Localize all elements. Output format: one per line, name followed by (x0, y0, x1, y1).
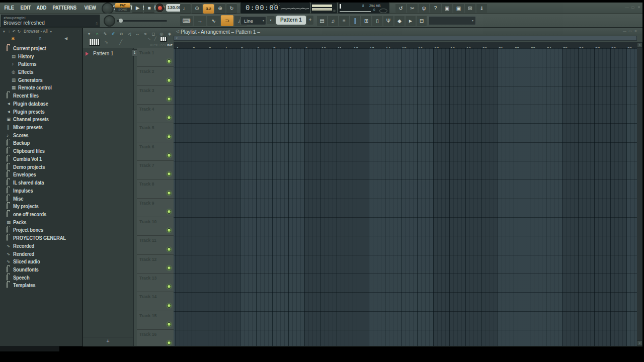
track-header[interactable]: Track 4 (137, 105, 174, 123)
song-mode-button[interactable]: SONG (115, 8, 130, 12)
overdub-icon[interactable]: ⊕ (215, 4, 225, 14)
track-led-icon[interactable] (167, 304, 171, 308)
slide-icon[interactable]: ≈ (141, 32, 149, 36)
patterns-tab[interactable] (89, 39, 100, 48)
browser-item-speech[interactable]: Speech (0, 274, 82, 282)
scroll-up-icon[interactable]: ∧ (637, 42, 642, 48)
multilink-icon[interactable]: ∿ (207, 15, 220, 26)
browser-item-one-off-records[interactable]: one off records (0, 210, 82, 218)
track-header[interactable]: Track 12 (137, 255, 174, 274)
track-header[interactable]: Track 16 (137, 330, 174, 346)
browser-item-current-project[interactable]: Current project (0, 44, 82, 52)
track-led-icon[interactable] (167, 191, 171, 195)
browser-item-cumbia-vol-1[interactable]: Cumbia Vol 1 (0, 155, 82, 163)
slide-mini-icon[interactable]: ╱ (154, 37, 156, 41)
browser-item-soundfonts[interactable]: Soundfonts (0, 265, 82, 274)
pl-close-icon[interactable]: ✕ (633, 29, 638, 33)
browser-speaker-icon[interactable]: ◀ (64, 36, 67, 41)
picker-dropdown[interactable]: ▾ (429, 16, 476, 25)
playlist-title[interactable]: Playlist - Arrangement – Pattern 1 – (181, 29, 260, 35)
track-led-icon[interactable] (167, 153, 171, 157)
snap-selector[interactable]: Line ▾ (240, 16, 266, 25)
wave-mini-icon[interactable]: ∿ (147, 37, 151, 41)
track-led-icon[interactable] (167, 210, 171, 214)
track-header[interactable]: Track 13 (137, 274, 174, 292)
step-sequencer-icon[interactable]: ≡ (339, 15, 349, 26)
pl-restore-icon[interactable]: ▭ (627, 29, 633, 33)
undo-icon[interactable]: ↺ (395, 3, 406, 13)
tools-icon[interactable]: ◆ (394, 15, 405, 26)
pattern-list-item[interactable]: Pattern 1 (83, 50, 133, 57)
chat-icon[interactable]: ✉ (465, 3, 475, 13)
browser-item-misc[interactable]: Misc (0, 195, 82, 203)
main-volume-knob[interactable] (102, 3, 114, 15)
browser-title[interactable]: Browser - All (24, 29, 48, 34)
save-new-icon[interactable]: ▣ (453, 3, 464, 13)
slider-thumb[interactable] (119, 19, 123, 23)
browser-item-patterns[interactable]: ♪ Patterns (0, 60, 82, 68)
help-icon[interactable]: ? (430, 3, 441, 13)
browser-item-demo-projects[interactable]: Demo projects (0, 163, 82, 171)
track-header[interactable]: Track 7 (137, 161, 174, 179)
track-header[interactable]: Track 15 (137, 311, 174, 330)
browser-item-my-projects[interactable]: My projects (0, 202, 82, 210)
track-led-icon[interactable] (167, 59, 171, 63)
browser-file-icon[interactable]: ▯ (39, 36, 41, 41)
browser-item-rendered[interactable]: ∿ Rendered (0, 250, 82, 258)
playlist-titlebar[interactable]: ▾∩✎✐⊘◁↔≈◻◎◈ ◁ Playlist - Arrangement – P… (83, 28, 642, 35)
vertical-scrollbar[interactable]: ∧ ∨ (637, 42, 642, 346)
add-pattern-footer-button[interactable]: + (83, 337, 133, 345)
project-picker-icon[interactable]: ▯ (372, 15, 382, 26)
export-icon[interactable]: ⇓ (476, 3, 487, 13)
browser-item-mixer-presets[interactable]: ║ Mixer presets (0, 123, 82, 131)
track-header[interactable]: Track 1 (137, 48, 174, 67)
track-led-icon[interactable] (167, 247, 171, 251)
zoom-icon[interactable]: ◎ (157, 32, 166, 36)
piano-mini-icon[interactable] (160, 37, 167, 42)
cut-icon[interactable]: ✂ (407, 3, 418, 13)
time-display[interactable]: 0:00:00 M S CS (240, 3, 285, 14)
browser-item-il-shared-data[interactable]: IL shared data (0, 178, 82, 187)
wait-input-icon[interactable]: ⊙ (192, 4, 202, 14)
browser-item-plugin-database[interactable]: ◄ Plugin database (0, 100, 82, 108)
stop-button[interactable]: ■ (144, 3, 154, 13)
track-header[interactable]: Track 8 (137, 179, 174, 198)
menu-item[interactable]: FILE (2, 3, 16, 11)
automation-tab[interactable]: ╱ (119, 39, 122, 45)
plugin-picker-icon[interactable]: Ψ (383, 15, 393, 26)
browser-item-clipboard-files[interactable]: Clipboard files (0, 147, 82, 155)
browser-refresh-icon[interactable]: ↻ (17, 29, 22, 34)
glue-icon[interactable]: ⊃ (221, 15, 233, 26)
browser-item-sliced-audio[interactable]: ∿ Sliced audio (0, 257, 82, 265)
record-button[interactable] (155, 4, 164, 12)
menu-item[interactable]: VIEW (82, 3, 98, 11)
browser-item-backup[interactable]: Backup (0, 139, 82, 147)
track-led-icon[interactable] (167, 285, 171, 289)
browser-item-recent-files[interactable]: Recent files (0, 92, 82, 100)
piano-roll-icon[interactable]: ♫ (328, 15, 338, 26)
playlist-icon[interactable]: ▤ (317, 15, 327, 26)
browser-glue-icon[interactable]: ✱ (11, 36, 15, 41)
metronome-icon[interactable]: ♩ (180, 4, 191, 14)
browser-item-templates[interactable]: Templates (0, 282, 82, 290)
menu-item[interactable]: PATTERNS (50, 3, 78, 11)
browser-back-icon[interactable]: ↶ (12, 29, 17, 34)
scroll-down-icon[interactable]: ∨ (637, 340, 642, 346)
browser-item-plugin-presets[interactable]: ◄ Plugin presets (0, 108, 82, 116)
play-button[interactable]: ▶ (132, 3, 143, 13)
track-header[interactable]: Track 11 (137, 236, 174, 254)
browser-item-channel-presets[interactable]: ▣ Channel presets (0, 115, 82, 123)
track-header[interactable]: Track 6 (137, 142, 174, 161)
cursor-icon[interactable]: ► (406, 15, 416, 26)
track-led-icon[interactable] (167, 135, 171, 139)
mixer-icon[interactable]: ║ (350, 15, 360, 26)
oscilloscope-panel[interactable] (280, 3, 310, 14)
browser-item-recorded[interactable]: ∿ Recorded (0, 242, 82, 250)
browser-item-history[interactable]: ▤ History (0, 52, 82, 60)
track-header[interactable]: Track 3 (137, 86, 174, 105)
main-menu-caret-button[interactable]: ▾ (267, 16, 275, 24)
preview-icon[interactable]: ◈ (166, 32, 174, 36)
master-slider[interactable] (117, 20, 167, 22)
typing-keyboard-icon[interactable]: ⌨ (180, 15, 193, 26)
browser-item-scores[interactable]: ♪ Scores (0, 131, 82, 139)
